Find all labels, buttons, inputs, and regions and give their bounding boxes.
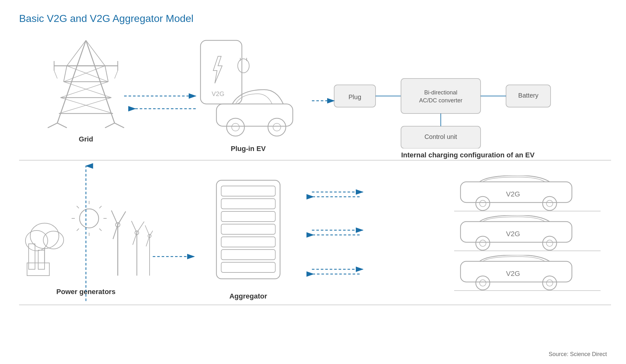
svg-text:Battery: Battery <box>518 92 538 99</box>
svg-line-13 <box>105 66 108 82</box>
car1-section: V2G <box>454 175 607 214</box>
svg-rect-78 <box>221 262 275 272</box>
internal-config-svg: Plug Bi-directional AC/DC converter Batt… <box>331 44 605 148</box>
power-generators-svg <box>19 187 153 285</box>
svg-point-109 <box>546 280 553 286</box>
car2-svg: V2G <box>454 215 601 253</box>
svg-point-93 <box>480 200 486 207</box>
svg-line-8 <box>67 40 86 66</box>
svg-rect-73 <box>221 199 275 209</box>
svg-rect-72 <box>221 186 275 196</box>
svg-point-69 <box>268 118 286 136</box>
svg-text:V2G: V2G <box>506 230 520 238</box>
svg-point-101 <box>543 236 557 250</box>
svg-text:Control unit: Control unit <box>425 133 457 140</box>
svg-point-43 <box>43 231 64 249</box>
ev-label: Plug-in EV <box>191 145 306 153</box>
svg-point-102 <box>546 240 553 246</box>
svg-point-106 <box>476 276 490 290</box>
page-container: Basic V2G and V2G Aggregator Model <box>0 0 626 364</box>
svg-text:V2G: V2G <box>506 270 520 278</box>
svg-rect-77 <box>221 250 275 260</box>
svg-line-34 <box>77 206 79 208</box>
svg-line-23 <box>54 71 57 79</box>
svg-rect-74 <box>221 211 275 222</box>
svg-text:AC/DC converter: AC/DC converter <box>419 97 462 104</box>
bottom-separator <box>19 304 611 306</box>
svg-text:V2G: V2G <box>506 190 520 198</box>
svg-line-16 <box>64 82 111 98</box>
svg-line-25 <box>48 123 57 128</box>
svg-line-15 <box>64 66 105 82</box>
ev-section: V2G Plug-in EV <box>191 34 306 153</box>
svg-line-19 <box>59 98 111 113</box>
svg-line-12 <box>64 66 67 82</box>
ev-svg: V2G <box>191 34 306 142</box>
svg-rect-76 <box>221 237 275 247</box>
svg-line-24 <box>115 71 118 79</box>
svg-line-28 <box>115 123 124 128</box>
aggregator-svg <box>207 177 290 288</box>
svg-point-63 <box>238 59 249 73</box>
svg-text:Plug: Plug <box>348 93 361 100</box>
svg-rect-39 <box>38 250 45 269</box>
svg-text:Bi-directional: Bi-directional <box>424 89 457 96</box>
svg-point-94 <box>543 196 557 210</box>
internal-charging-label: Internal charging configuration of an EV <box>331 151 605 159</box>
diagram-area: Grid <box>19 34 607 336</box>
svg-line-37 <box>99 206 102 208</box>
svg-point-99 <box>476 236 490 250</box>
svg-line-14 <box>67 66 108 82</box>
power-generators-label: Power generators <box>19 288 153 296</box>
power-section: Power generators <box>19 187 153 296</box>
svg-point-70 <box>273 123 281 131</box>
svg-line-27 <box>105 123 115 128</box>
svg-rect-75 <box>221 224 275 234</box>
svg-rect-38 <box>29 244 35 269</box>
svg-point-107 <box>480 280 486 286</box>
aggregator-section: Aggregator <box>191 177 306 300</box>
svg-point-92 <box>476 196 490 210</box>
svg-line-26 <box>57 123 67 128</box>
svg-point-67 <box>227 118 244 136</box>
svg-point-29 <box>80 209 99 228</box>
svg-rect-82 <box>401 79 481 113</box>
svg-line-35 <box>99 229 102 231</box>
car1-svg: V2G <box>454 175 601 214</box>
svg-text:V2G: V2G <box>212 90 224 97</box>
svg-line-36 <box>77 229 79 231</box>
car3-section: V2G <box>454 255 607 293</box>
aggregator-label: Aggregator <box>191 292 306 300</box>
grid-label: Grid <box>19 135 153 143</box>
grid-tower-svg <box>38 34 134 133</box>
svg-marker-61 <box>213 56 222 83</box>
car2-section: V2G <box>454 215 607 253</box>
svg-point-95 <box>546 200 553 207</box>
page-title: Basic V2G and V2G Aggregator Model <box>19 13 607 24</box>
car3-svg: V2G <box>454 255 601 293</box>
svg-point-68 <box>232 123 239 131</box>
svg-point-108 <box>543 276 557 290</box>
top-separator <box>19 160 611 161</box>
svg-line-17 <box>60 82 108 98</box>
svg-point-100 <box>480 240 486 246</box>
svg-line-18 <box>60 98 113 113</box>
svg-line-9 <box>86 40 105 66</box>
source-note: Source: Science Direct <box>549 351 607 358</box>
svg-rect-71 <box>216 180 280 279</box>
grid-section: Grid <box>19 34 153 143</box>
internal-section: Plug Bi-directional AC/DC converter Batt… <box>331 44 605 159</box>
